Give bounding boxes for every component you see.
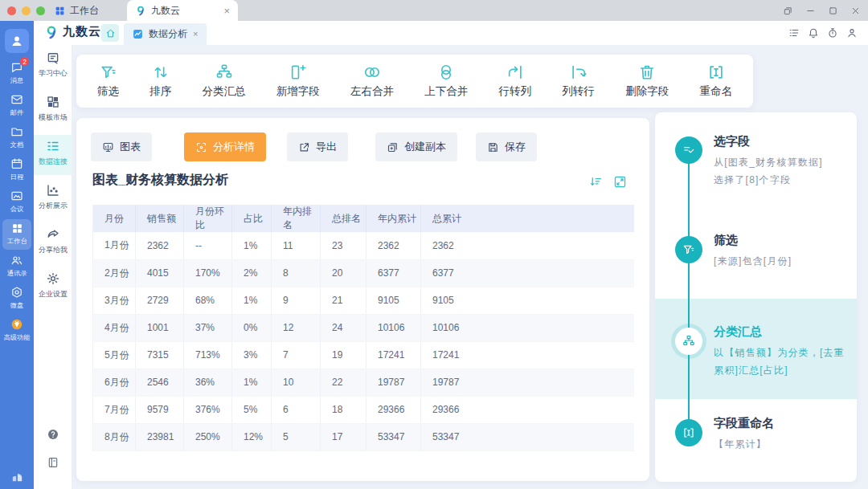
rail-item-meeting[interactable]: 会议 [0,186,34,218]
table-row: 6月份254636%1%10221978719787 [93,369,634,396]
tool-delete-field[interactable]: 删除字段 [625,63,669,99]
avatar[interactable] [5,29,29,53]
calendar-icon [10,157,23,171]
home-button[interactable] [101,24,119,42]
traffic-light-zoom[interactable] [36,6,45,15]
step-dot-select-fields[interactable] [675,137,702,164]
nav-item-enterprise-settings[interactable]: 企业设置 [34,267,72,308]
organization-icon[interactable] [0,470,34,483]
app-logo: 九数云 [44,24,101,39]
data-toolbar: 筛选 排序 分类汇总 新增字段 左右合并 上下合并 行转列 列转行 [76,55,753,108]
close-tab-icon[interactable]: × [223,6,230,16]
nav-item-data-connection[interactable]: 数据连接 [34,135,72,175]
window-controls [784,0,860,21]
step-dot-group-summary[interactable] [675,328,702,355]
duplicate-button[interactable]: 创建副本 [375,132,457,161]
sitemap-icon [682,335,695,348]
tool-columns-to-rows[interactable]: 列转行 [562,63,595,99]
table-row: 5月份7315713%3%7191724117241 [93,341,634,369]
app-header: 九数云 数据分析 × [34,21,868,45]
tool-filter[interactable]: 筛选 [97,63,119,99]
tool-rename[interactable]: 重命名 [699,63,732,99]
step-dot-filter[interactable] [675,236,702,263]
task-list-icon[interactable] [788,27,800,39]
table-row: 4月份100137%0%12241010610106 [93,314,634,341]
browser-tab-workspace[interactable]: 工作台 [47,0,107,21]
account-icon[interactable] [846,27,858,39]
step-rename-field[interactable]: 字段重命名 【年累计】 [714,416,855,453]
rename-icon [682,426,695,439]
rail-item-docs[interactable]: 文档 [0,122,34,154]
tool-add-field[interactable]: 新增字段 [276,63,320,99]
table-row: 8月份23981250%12%5175334753347 [93,423,634,450]
chart-button[interactable]: 图表 [91,132,152,161]
gear-icon [46,271,60,286]
nav-item-learning-center[interactable]: 学习中心 [34,47,72,87]
step-filter[interactable]: 筛选 [来源]包含[月份] [714,233,855,270]
export-button[interactable]: 导出 [287,132,348,161]
table-row: 3月份272968%1%92191059105 [93,287,634,314]
analysis-detail-button[interactable]: 分析详情 [184,132,266,161]
col-header: 月份 [93,205,136,232]
col-header: 总排名 [321,205,366,232]
rail-item-advanced[interactable]: 高级功能 [0,315,34,347]
meeting-icon [10,189,23,203]
steps-timeline [688,150,690,433]
col-header: 年内累计 [366,205,421,232]
step-group-summary[interactable]: 分类汇总 以【销售额】为分类，[去重 累积]汇总[占比] [714,324,855,379]
rail-item-mail[interactable]: 邮件 [0,90,34,122]
tool-merge-left-right[interactable]: 左右合并 [350,63,394,99]
action-buttons: 图表 分析详情 导出 创建副本 保存 [91,132,537,161]
notification-bell-icon[interactable] [808,27,819,39]
nav-item-analysis-display[interactable]: 分析展示 [34,179,72,219]
rail-item-calendar[interactable]: 日程 [0,154,34,186]
result-table: 月份 销售额 月份环比 占比 年内排名 总排名 年内累计 总累计 1月份2362… [92,205,634,451]
workbench-grid-icon [55,6,65,16]
table-row: 7月份9579376%5%6182936629366 [93,396,634,423]
tool-group-summary[interactable]: 分类汇总 [203,63,246,99]
maximize-icon[interactable] [829,6,837,15]
mail-icon [10,92,23,107]
select-fields-icon [682,144,695,157]
rail-item-workbench[interactable]: 工作台 [0,218,34,251]
nav-item-shared-with-me[interactable]: 分享给我 [34,223,72,263]
minimize-icon[interactable] [806,6,815,15]
col-header: 月份环比 [184,205,232,232]
cols-to-rows-icon [570,63,588,81]
jiushuyun-logo-icon [44,25,59,39]
data-connection-icon [46,139,60,153]
new-window-icon[interactable] [784,6,792,15]
doc-tab-data-analysis[interactable]: 数据分析 × [124,23,207,45]
close-window-icon[interactable] [851,6,860,15]
tab-label: 九数云 [151,4,180,18]
analysis-display-icon [46,183,60,198]
rows-to-cols-icon [506,63,524,81]
nav-sidebar: 学习中心 模板市场 数据连接 分析展示 分享给我 企业设置 [34,45,72,489]
col-header: 占比 [232,205,272,232]
analysis-chart-icon [133,29,143,39]
col-header: 销售额 [136,205,184,232]
sort-rows-icon[interactable] [589,175,603,189]
timer-icon[interactable] [827,27,838,39]
step-select-fields[interactable]: 选字段 从[图表_财务核算数据] 选择了[8]个字段 [714,134,855,189]
rail-item-contacts[interactable]: 通讯录 [0,251,34,283]
share-icon [46,227,60,242]
rail-item-messages[interactable]: 2 消息 [0,58,34,90]
merge-lr-icon [363,63,381,81]
browser-tab-jiushuyun[interactable]: 九数云 × [127,0,238,21]
tool-merge-top-bottom[interactable]: 上下合并 [424,63,468,99]
traffic-light-minimize[interactable] [22,6,31,15]
expand-fullscreen-icon[interactable] [613,175,627,189]
close-doc-tab-icon[interactable]: × [193,30,198,39]
help-icon[interactable] [34,428,72,441]
traffic-light-close[interactable] [7,6,16,15]
tool-rows-to-columns[interactable]: 行转列 [499,63,532,99]
rail-item-drive[interactable]: 微盘 [0,283,34,315]
save-button[interactable]: 保存 [476,132,537,161]
step-dot-rename-field[interactable] [675,419,702,446]
left-rail: 2 消息 邮件 文档 日程 会议 工作台 通讯录 微 [0,21,34,489]
tool-sort[interactable]: 排序 [149,63,171,99]
app-window: 工作台 九数云 × 九数云 数据分析 × [0,0,868,489]
manual-book-icon[interactable] [34,456,72,469]
nav-item-template-market[interactable]: 模板市场 [34,91,72,131]
